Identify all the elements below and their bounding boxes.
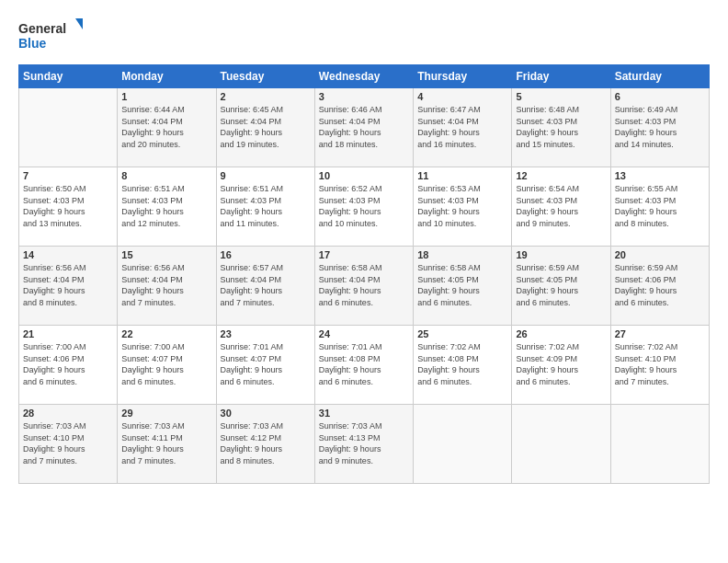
day-info: Sunrise: 7:02 AM Sunset: 4:09 PM Dayligh… <box>516 341 606 387</box>
calendar-cell: 14Sunrise: 6:56 AM Sunset: 4:04 PM Dayli… <box>19 247 118 326</box>
day-info: Sunrise: 7:03 AM Sunset: 4:12 PM Dayligh… <box>221 420 311 466</box>
day-number: 26 <box>516 328 606 339</box>
main-container: General Blue SundayMondayTuesdayWednesda… <box>0 0 728 493</box>
header-thursday: Thursday <box>414 65 512 88</box>
week-row-4: 21Sunrise: 7:00 AM Sunset: 4:06 PM Dayli… <box>19 326 710 405</box>
calendar-cell: 28Sunrise: 7:03 AM Sunset: 4:10 PM Dayli… <box>19 405 118 484</box>
week-row-3: 14Sunrise: 6:56 AM Sunset: 4:04 PM Dayli… <box>19 247 710 326</box>
day-number: 13 <box>615 170 705 181</box>
day-number: 17 <box>319 249 409 260</box>
day-info: Sunrise: 7:00 AM Sunset: 4:07 PM Dayligh… <box>121 341 211 387</box>
calendar-cell: 31Sunrise: 7:03 AM Sunset: 4:13 PM Dayli… <box>314 405 413 484</box>
day-info: Sunrise: 6:48 AM Sunset: 4:03 PM Dayligh… <box>516 104 606 150</box>
calendar-cell: 4Sunrise: 6:47 AM Sunset: 4:04 PM Daylig… <box>414 88 512 167</box>
calendar-cell: 7Sunrise: 6:50 AM Sunset: 4:03 PM Daylig… <box>19 167 118 247</box>
day-info: Sunrise: 6:51 AM Sunset: 4:03 PM Dayligh… <box>121 183 211 229</box>
day-info: Sunrise: 6:58 AM Sunset: 4:05 PM Dayligh… <box>417 262 507 308</box>
calendar-cell <box>610 405 709 484</box>
day-number: 31 <box>319 408 409 419</box>
calendar-cell: 2Sunrise: 6:45 AM Sunset: 4:04 PM Daylig… <box>216 88 314 167</box>
day-info: Sunrise: 7:01 AM Sunset: 4:07 PM Dayligh… <box>221 341 311 387</box>
day-number: 24 <box>319 328 409 339</box>
day-info: Sunrise: 7:03 AM Sunset: 4:11 PM Dayligh… <box>121 420 211 466</box>
week-row-2: 7Sunrise: 6:50 AM Sunset: 4:03 PM Daylig… <box>19 167 710 247</box>
day-number: 11 <box>417 170 507 181</box>
day-info: Sunrise: 6:55 AM Sunset: 4:03 PM Dayligh… <box>615 183 705 229</box>
calendar-cell: 29Sunrise: 7:03 AM Sunset: 4:11 PM Dayli… <box>118 405 216 484</box>
day-number: 1 <box>121 91 211 102</box>
day-info: Sunrise: 7:01 AM Sunset: 4:08 PM Dayligh… <box>319 341 409 387</box>
calendar-cell: 21Sunrise: 7:00 AM Sunset: 4:06 PM Dayli… <box>19 326 118 405</box>
day-info: Sunrise: 6:46 AM Sunset: 4:04 PM Dayligh… <box>319 104 409 150</box>
calendar-cell: 23Sunrise: 7:01 AM Sunset: 4:07 PM Dayli… <box>216 326 314 405</box>
calendar-cell: 27Sunrise: 7:02 AM Sunset: 4:10 PM Dayli… <box>610 326 709 405</box>
day-number: 6 <box>615 91 705 102</box>
calendar-cell: 9Sunrise: 6:51 AM Sunset: 4:03 PM Daylig… <box>216 167 314 247</box>
day-info: Sunrise: 7:02 AM Sunset: 4:10 PM Dayligh… <box>615 341 705 387</box>
header-wednesday: Wednesday <box>314 65 413 88</box>
day-number: 21 <box>23 328 113 339</box>
calendar-cell: 8Sunrise: 6:51 AM Sunset: 4:03 PM Daylig… <box>118 167 216 247</box>
logo-svg: General Blue <box>18 17 83 53</box>
svg-marker-1 <box>75 18 83 29</box>
calendar-cell: 12Sunrise: 6:54 AM Sunset: 4:03 PM Dayli… <box>512 167 610 247</box>
header-monday: Monday <box>118 65 216 88</box>
day-info: Sunrise: 7:00 AM Sunset: 4:06 PM Dayligh… <box>23 341 113 387</box>
calendar-cell: 6Sunrise: 6:49 AM Sunset: 4:03 PM Daylig… <box>610 88 709 167</box>
day-number: 10 <box>319 170 409 181</box>
calendar-cell: 13Sunrise: 6:55 AM Sunset: 4:03 PM Dayli… <box>610 167 709 247</box>
calendar-cell: 10Sunrise: 6:52 AM Sunset: 4:03 PM Dayli… <box>314 167 413 247</box>
calendar-cell: 1Sunrise: 6:44 AM Sunset: 4:04 PM Daylig… <box>118 88 216 167</box>
day-number: 7 <box>23 170 113 181</box>
day-number: 9 <box>221 170 311 181</box>
calendar-cell: 30Sunrise: 7:03 AM Sunset: 4:12 PM Dayli… <box>216 405 314 484</box>
calendar-cell: 3Sunrise: 6:46 AM Sunset: 4:04 PM Daylig… <box>314 88 413 167</box>
day-info: Sunrise: 6:59 AM Sunset: 4:05 PM Dayligh… <box>516 262 606 308</box>
day-info: Sunrise: 6:56 AM Sunset: 4:04 PM Dayligh… <box>23 262 113 308</box>
day-number: 15 <box>121 249 211 260</box>
day-info: Sunrise: 6:51 AM Sunset: 4:03 PM Dayligh… <box>221 183 311 229</box>
day-number: 14 <box>23 249 113 260</box>
day-number: 19 <box>516 249 606 260</box>
day-number: 3 <box>319 91 409 102</box>
calendar-table: SundayMondayTuesdayWednesdayThursdayFrid… <box>18 64 710 484</box>
day-number: 5 <box>516 91 606 102</box>
day-number: 23 <box>221 328 311 339</box>
day-number: 8 <box>121 170 211 181</box>
day-info: Sunrise: 7:03 AM Sunset: 4:13 PM Dayligh… <box>319 420 409 466</box>
day-info: Sunrise: 6:52 AM Sunset: 4:03 PM Dayligh… <box>319 183 409 229</box>
day-number: 28 <box>23 408 113 419</box>
day-number: 18 <box>417 249 507 260</box>
day-info: Sunrise: 6:54 AM Sunset: 4:03 PM Dayligh… <box>516 183 606 229</box>
calendar-cell: 22Sunrise: 7:00 AM Sunset: 4:07 PM Dayli… <box>118 326 216 405</box>
day-number: 22 <box>121 328 211 339</box>
calendar-header-row: SundayMondayTuesdayWednesdayThursdayFrid… <box>19 65 710 88</box>
calendar-cell: 17Sunrise: 6:58 AM Sunset: 4:04 PM Dayli… <box>314 247 413 326</box>
header-friday: Friday <box>512 65 610 88</box>
day-info: Sunrise: 6:47 AM Sunset: 4:04 PM Dayligh… <box>417 104 507 150</box>
week-row-5: 28Sunrise: 7:03 AM Sunset: 4:10 PM Dayli… <box>19 405 710 484</box>
week-row-1: 1Sunrise: 6:44 AM Sunset: 4:04 PM Daylig… <box>19 88 710 167</box>
day-info: Sunrise: 6:45 AM Sunset: 4:04 PM Dayligh… <box>221 104 311 150</box>
svg-text:Blue: Blue <box>18 36 47 51</box>
header-saturday: Saturday <box>610 65 709 88</box>
header: General Blue <box>18 17 710 53</box>
header-sunday: Sunday <box>19 65 118 88</box>
calendar-cell <box>512 405 610 484</box>
day-number: 27 <box>615 328 705 339</box>
day-info: Sunrise: 6:53 AM Sunset: 4:03 PM Dayligh… <box>417 183 507 229</box>
calendar-cell: 18Sunrise: 6:58 AM Sunset: 4:05 PM Dayli… <box>414 247 512 326</box>
day-number: 16 <box>221 249 311 260</box>
day-info: Sunrise: 6:50 AM Sunset: 4:03 PM Dayligh… <box>23 183 113 229</box>
day-number: 4 <box>417 91 507 102</box>
day-number: 12 <box>516 170 606 181</box>
calendar-cell: 19Sunrise: 6:59 AM Sunset: 4:05 PM Dayli… <box>512 247 610 326</box>
day-info: Sunrise: 6:57 AM Sunset: 4:04 PM Dayligh… <box>221 262 311 308</box>
calendar-cell <box>19 88 118 167</box>
day-info: Sunrise: 6:49 AM Sunset: 4:03 PM Dayligh… <box>615 104 705 150</box>
calendar-cell: 26Sunrise: 7:02 AM Sunset: 4:09 PM Dayli… <box>512 326 610 405</box>
calendar-cell: 20Sunrise: 6:59 AM Sunset: 4:06 PM Dayli… <box>610 247 709 326</box>
calendar-cell: 24Sunrise: 7:01 AM Sunset: 4:08 PM Dayli… <box>314 326 413 405</box>
day-number: 25 <box>417 328 507 339</box>
day-info: Sunrise: 7:02 AM Sunset: 4:08 PM Dayligh… <box>417 341 507 387</box>
